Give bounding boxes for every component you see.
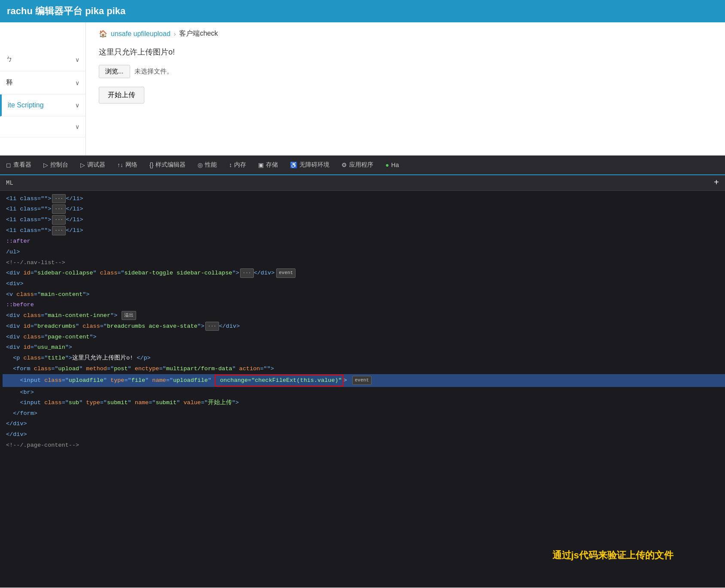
sidebar-item-xss[interactable]: ite Scripting ∨ xyxy=(0,94,85,116)
devtools-tab-debugger[interactable]: ▷ 调试器 xyxy=(74,155,111,174)
html-line-ul: /ul> xyxy=(3,247,725,257)
panel-header: ML + xyxy=(0,175,725,191)
devtools-tab-inspector[interactable]: ◻ 查看器 xyxy=(0,155,37,174)
html-line-1: <li class="">···</li> xyxy=(3,193,725,204)
devtools-tab-storage[interactable]: ▣ 存储 xyxy=(252,155,284,174)
style-icon: {} xyxy=(149,161,153,168)
html-line-div-close2: </div> xyxy=(3,430,725,440)
sidebar-item-1[interactable]: ㄅ ∨ xyxy=(0,48,85,71)
perf-icon: ◎ xyxy=(198,161,203,168)
html-line-input: <input class="uploadfile" type="file" na… xyxy=(3,374,725,387)
html-line-br: <br> xyxy=(3,387,725,398)
html-line-p: <p class="title">这里只允许上传图片o! </p> xyxy=(3,353,725,363)
apps-label: 应用程序 xyxy=(349,161,373,169)
ha-icon: ● xyxy=(385,161,389,168)
html-line-3: <li class="">···</li> xyxy=(3,215,725,225)
devtools-tab-apps[interactable]: ⚙ 应用程序 xyxy=(335,155,379,174)
ha-label: Ha xyxy=(391,161,399,168)
breadcrumb-link[interactable]: unsafe upfileupload xyxy=(111,30,171,38)
sidebar-empty-1 xyxy=(0,22,85,48)
html-line-form-close: </form> xyxy=(3,408,725,419)
html-line-comment2: <!--/.page-content--> xyxy=(3,440,725,451)
file-input-row: 浏览... 未选择文件。 xyxy=(99,65,712,78)
debugger-label: 调试器 xyxy=(87,161,105,169)
annotation-text: 通过js代码来验证上传的文件 xyxy=(552,549,673,562)
perf-label: 性能 xyxy=(205,161,217,169)
accessibility-icon: ♿ xyxy=(290,161,297,168)
console-label: 控制台 xyxy=(50,161,68,169)
sidebar-item-xss-label: ite Scripting xyxy=(8,101,44,109)
html-line-div1: <div> xyxy=(3,279,725,289)
top-bar: rachu 编辑器平台 pika pika xyxy=(0,0,725,22)
network-label: 网络 xyxy=(125,161,137,169)
upload-button[interactable]: 开始上传 xyxy=(99,87,144,104)
storage-icon: ▣ xyxy=(258,161,264,168)
panel-plus-button[interactable]: + xyxy=(714,178,719,188)
sidebar-item-2[interactable]: 释 ∨ xyxy=(0,71,85,94)
html-line-main: <v class="main-content"> xyxy=(3,289,725,300)
html-line-form: <form class="upload" method="post" encty… xyxy=(3,363,725,374)
html-content: <li class="">···</li> <li class="">···</… xyxy=(0,191,725,453)
page-title: 这里只允许上传图片o! xyxy=(99,47,712,57)
html-line-inner: <div class="main-content-inner"> 溢出 xyxy=(3,310,725,321)
debugger-icon: ▷ xyxy=(80,161,85,168)
chevron-icon-3: ∨ xyxy=(75,102,79,109)
browse-button[interactable]: 浏览... xyxy=(99,65,130,78)
html-line-comment1: <!--/.nav-list--> xyxy=(3,257,725,268)
apps-icon: ⚙ xyxy=(341,161,347,168)
main-layout: ㄅ ∨ 释 ∨ ite Scripting ∨ ∨ 🏠 unsafe upfil… xyxy=(0,22,725,155)
html-line-before: ::before xyxy=(3,300,725,311)
style-label: 样式编辑器 xyxy=(155,161,186,169)
breadcrumb-current: 客户端check xyxy=(179,29,218,38)
html-line-after: ::after xyxy=(3,236,725,247)
content-area: 🏠 unsafe upfileupload › 客户端check 这里只允许上传… xyxy=(86,22,725,155)
html-line-submit: <input class="sub" type="submit" name="s… xyxy=(3,398,725,408)
devtools-tab-ha[interactable]: ● Ha xyxy=(379,155,405,174)
chevron-icon-2: ∨ xyxy=(75,79,79,86)
panel-label: ML xyxy=(6,180,13,186)
accessibility-label: 无障碍环境 xyxy=(299,161,329,169)
home-icon: 🏠 xyxy=(99,30,107,38)
html-line-2: <li class="">···</li> xyxy=(3,204,725,215)
sidebar-item-2-label: 释 xyxy=(6,78,13,87)
memory-icon: ↕ xyxy=(229,161,232,168)
devtools-tab-accessibility[interactable]: ♿ 无障碍环境 xyxy=(284,155,335,174)
chevron-icon-1: ∨ xyxy=(75,56,79,63)
breadcrumb: 🏠 unsafe upfileupload › 客户端check xyxy=(99,29,712,38)
devtools-tab-perf[interactable]: ◎ 性能 xyxy=(192,155,223,174)
html-line-usu: <div id="usu_main"> xyxy=(3,342,725,353)
console-icon: ▷ xyxy=(43,161,48,168)
sidebar: ㄅ ∨ 释 ∨ ite Scripting ∨ ∨ xyxy=(0,22,86,155)
breadcrumb-separator: › xyxy=(174,30,176,37)
no-file-label: 未选择文件。 xyxy=(134,67,173,76)
top-bar-title: rachu 编辑器平台 pika pika xyxy=(7,5,125,18)
sidebar-item-4[interactable]: ∨ xyxy=(0,116,85,137)
html-line-page-content: <div class="page-content"> xyxy=(3,332,725,342)
storage-label: 存储 xyxy=(266,161,278,169)
sidebar-item-1-label: ㄅ xyxy=(6,55,13,64)
html-line-breadcrumbs: <div id="breadcrumbs" class="breadcrumbs… xyxy=(3,321,725,332)
inspector-icon: ◻ xyxy=(6,161,11,168)
devtools-panel: ML + <li class="">···</li> <li class="">… xyxy=(0,175,725,588)
html-line-div-close1: </div> xyxy=(3,419,725,430)
network-icon: ↑↓ xyxy=(117,161,123,168)
html-line-sidebar: <div id="sidebar-collapse" class="sideba… xyxy=(3,268,725,279)
devtools-tab-network[interactable]: ↑↓ 网络 xyxy=(111,155,143,174)
devtools-bar: ◻ 查看器 ▷ 控制台 ▷ 调试器 ↑↓ 网络 {} 样式编辑器 ◎ 性能 ↕ … xyxy=(0,155,725,175)
devtools-tab-memory[interactable]: ↕ 内存 xyxy=(223,155,252,174)
html-line-4: <li class="">···</li> xyxy=(3,225,725,236)
memory-label: 内存 xyxy=(234,161,246,169)
devtools-tab-style[interactable]: {} 样式编辑器 xyxy=(143,155,192,174)
devtools-tab-console[interactable]: ▷ 控制台 xyxy=(37,155,74,174)
inspector-label: 查看器 xyxy=(13,161,31,169)
chevron-icon-4: ∨ xyxy=(75,123,79,130)
